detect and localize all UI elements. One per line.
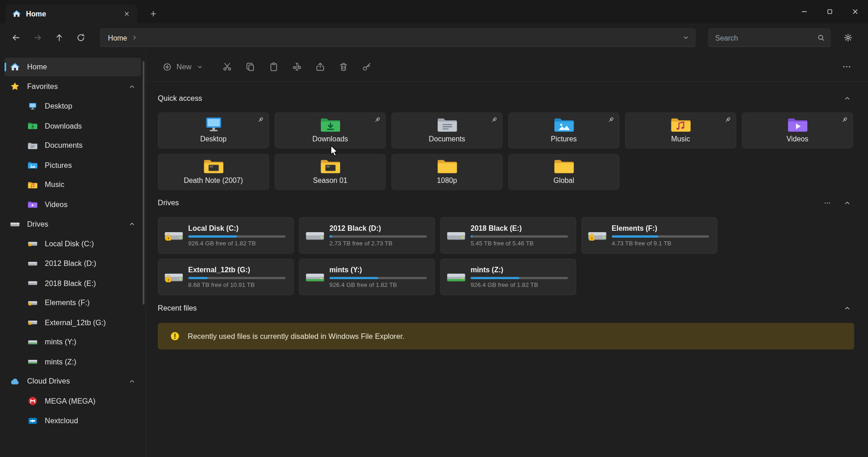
chevron-up-icon: [129, 83, 136, 90]
quick-access-card-music[interactable]: Music: [625, 112, 736, 148]
sidebar-item-nextcloud[interactable]: Nextcloud: [5, 411, 141, 430]
refresh-button[interactable]: [72, 28, 90, 47]
address-bar[interactable]: Home: [100, 28, 696, 47]
delete-button[interactable]: [333, 57, 354, 77]
sidebar-item-local-disk-c[interactable]: Local Disk (C:): [5, 234, 141, 253]
drive-card-2012-black-d[interactable]: 2012 Black (D:)2.73 TB free of 2.73 TB: [299, 217, 435, 254]
sidebar-item-music[interactable]: Music: [5, 175, 141, 194]
drive-card-2018-black-e[interactable]: 2018 Black (E:)5.45 TB free of 5.46 TB: [440, 217, 576, 254]
copy-button[interactable]: [240, 57, 261, 77]
drive-card-external-12tb-g[interactable]: External_12tb (G:)8.68 TB free of 10.91 …: [158, 259, 294, 295]
warning-icon: [170, 331, 180, 341]
close-button[interactable]: [842, 0, 868, 23]
drive-card-local-disk-c[interactable]: Local Disk (C:)926.4 GB free of 1.82 TB: [158, 217, 294, 254]
quick-access-card-videos[interactable]: Videos: [742, 112, 853, 148]
cut-button[interactable]: [217, 57, 238, 77]
drives-collapse-button[interactable]: [840, 196, 854, 210]
sidebar-item-pictures[interactable]: Pictures: [5, 156, 141, 174]
drive-green-icon: [305, 270, 325, 285]
sidebar-item-desktop[interactable]: Desktop: [5, 97, 141, 115]
see-more-button[interactable]: [836, 57, 857, 77]
settings-button[interactable]: [839, 28, 858, 47]
drive-usage-bar: [470, 277, 568, 279]
sidebar-item-2018-black-e[interactable]: 2018 Black (E:): [5, 274, 141, 292]
drive-name: 2018 Black (E:): [470, 224, 568, 233]
drive-name: Local Disk (C:): [188, 224, 286, 233]
sidebar-item-documents[interactable]: Documents: [5, 136, 141, 155]
sidebar-item-drives[interactable]: Drives: [5, 215, 141, 234]
sidebar-item-mega-mega[interactable]: MEGA (MEGA): [5, 391, 141, 410]
commandbar-actions: [217, 57, 377, 77]
music-icon: [28, 180, 38, 190]
quick-access-card-1080p[interactable]: 1080p: [391, 154, 502, 190]
quick-access-card-global[interactable]: Global: [508, 154, 620, 190]
drive-usage-bar: [612, 235, 709, 238]
chevron-up-icon: [843, 199, 851, 207]
sidebar-scrollbar[interactable]: [143, 61, 145, 305]
quick-access-card-documents[interactable]: Documents: [391, 112, 502, 148]
back-button[interactable]: [7, 28, 26, 47]
paste-button[interactable]: [263, 57, 284, 77]
drive-card-elements-f[interactable]: Elements (F:)4.73 TB free of 9.1 TB: [581, 217, 718, 254]
sidebar-item-mints-z[interactable]: mints (Z:): [5, 352, 141, 371]
pin-icon: [374, 116, 381, 124]
sidebar-item-label: 2012 Black (D:): [45, 259, 96, 267]
notice-text: Recently used files is currently disable…: [188, 332, 405, 340]
quick-access-card-pictures[interactable]: Pictures: [508, 112, 620, 148]
nextcloud-icon: [28, 415, 38, 426]
sidebar-item-external-12tb-g[interactable]: External_12tb (G:): [5, 313, 141, 332]
sidebar-item-downloads[interactable]: Downloads: [5, 116, 141, 135]
drive-free-space: 926.4 GB free of 1.82 TB: [329, 281, 427, 288]
new-button[interactable]: New: [157, 58, 209, 75]
rename-button[interactable]: [286, 57, 307, 77]
drive-free-space: 2.73 TB free of 2.73 TB: [329, 240, 427, 247]
sidebar-item-videos[interactable]: Videos: [5, 195, 141, 213]
quick-access-collapse-button[interactable]: [840, 91, 854, 105]
drive-card-mints-z[interactable]: mints (Z:)926.4 GB free of 1.82 TB: [440, 259, 576, 295]
drive-info: 2018 Black (E:)5.45 TB free of 5.46 TB: [470, 224, 568, 247]
address-dropdown-button[interactable]: [679, 31, 693, 45]
drive-free-space: 926.4 GB free of 1.82 TB: [188, 240, 286, 247]
share-button[interactable]: [310, 57, 331, 77]
drive-card-mints-y[interactable]: mints (Y:)926.4 GB free of 1.82 TB: [299, 259, 435, 295]
quick-access-card-desktop[interactable]: Desktop: [158, 112, 269, 148]
quick-access-card-death-note-2007[interactable]: Death Note (2007): [158, 154, 269, 190]
chevron-up-icon: [843, 94, 851, 102]
forward-button[interactable]: [28, 28, 47, 47]
up-button[interactable]: [50, 28, 68, 47]
explorer-tab[interactable]: Home: [5, 5, 137, 23]
sidebar-item-cloud-drives[interactable]: Cloud Drives: [5, 372, 141, 390]
sidebar-item-elements-f[interactable]: Elements (F:): [5, 293, 141, 312]
sidebar-item-label: Pictures: [45, 161, 72, 169]
drive-free-space: 4.73 TB free of 9.1 TB: [612, 240, 709, 247]
music-icon: [670, 116, 691, 133]
videos-icon: [28, 199, 38, 209]
maximize-button[interactable]: [817, 0, 842, 23]
chevron-down-icon: [196, 63, 203, 70]
drive-usage-bar: [188, 235, 286, 238]
sidebar-item-home[interactable]: Home: [5, 57, 141, 76]
sidebar-item-mints-y[interactable]: mints (Y:): [5, 332, 141, 351]
mega-icon: [28, 396, 38, 406]
tab-close-button[interactable]: [119, 7, 134, 21]
drives-grid: Local Disk (C:)926.4 GB free of 1.82 TB2…: [158, 217, 854, 295]
documents-icon: [28, 140, 38, 151]
minimize-button[interactable]: [791, 0, 817, 23]
quick-access-card-downloads[interactable]: Downloads: [274, 112, 386, 148]
quick-access-header: Quick access: [158, 91, 854, 105]
quick-access-card-season-01[interactable]: Season 01: [274, 154, 386, 190]
new-tab-button[interactable]: [146, 7, 161, 21]
chevron-down-icon: [682, 34, 689, 41]
recent-files-collapse-button[interactable]: [840, 301, 854, 315]
breadcrumb-home[interactable]: Home: [108, 33, 127, 42]
drives-see-more-button[interactable]: [820, 196, 834, 210]
pictures-icon: [28, 160, 38, 170]
key-button[interactable]: [356, 57, 377, 77]
sidebar-item-2012-black-d[interactable]: 2012 Black (D:): [5, 254, 141, 273]
search-box[interactable]: Search: [708, 28, 831, 47]
minimize-icon: [801, 8, 808, 16]
sidebar-item-label: Desktop: [45, 102, 72, 110]
sidebar-item-favorites[interactable]: Favorites: [5, 77, 141, 96]
drive-usage-bar: [470, 235, 568, 238]
delete-icon: [339, 62, 348, 72]
